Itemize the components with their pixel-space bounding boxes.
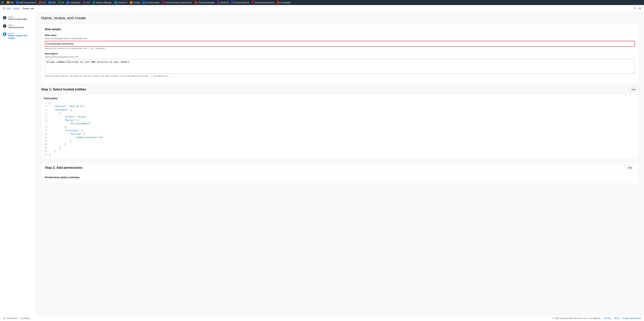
nav-item-acm[interactable]: Certificate Manager [194, 1, 216, 4]
codedeploy-icon [66, 1, 69, 4]
nav-item-cloudfront[interactable]: CloudFront [114, 1, 128, 4]
step-1-item: ✓ Step 1 Select trusted entity [3, 16, 33, 21]
role-description-input[interactable]: Allows Lambda functions to call AWS serv… [45, 59, 635, 74]
settings-icon[interactable]: ⚙ [639, 7, 641, 10]
code-line-1: 1 { [44, 102, 636, 105]
nav-item-cloudformation[interactable]: CloudFormation [142, 1, 161, 4]
rds-icon [48, 1, 51, 4]
s3-icon [58, 1, 61, 4]
trust-policy-title: Trust policy [44, 97, 636, 100]
privacy-link[interactable]: Privacy [604, 317, 611, 319]
breadcrumb-current: Create role [22, 7, 34, 10]
code-line-4: 4 { [44, 112, 636, 115]
copyright-text: © 2024, Amazon Web Services, Inc. or its… [552, 317, 601, 319]
step-3-text: Step 3 Name, review, and create [8, 32, 33, 39]
nav-item-iam[interactable]: IAM [6, 1, 14, 4]
step2-review-title: Step 2: Add permissions [45, 166, 82, 170]
permissions-summary-title: Permissions policy summary [45, 176, 635, 179]
breadcrumb-roles[interactable]: Roles [14, 7, 19, 10]
code-line-11: 11 "lambda.amazonaws.com" [44, 136, 636, 139]
route53-icon [217, 1, 220, 4]
step-1-number: Step 1 [8, 16, 27, 18]
cloudformation-icon [142, 1, 145, 4]
code-line-13: 13 } [44, 143, 636, 146]
step2-review-header: Step 2: Add permissions Edit [41, 163, 638, 173]
top-navigation: ☰ IAM AWS Organizations EC2 RDS S3 CodeD… [0, 0, 644, 5]
iam-icon [7, 1, 9, 4]
nav-item-s3[interactable]: S3 [58, 1, 65, 4]
step1-edit-button[interactable]: Edit [628, 87, 639, 92]
main-content: ➜ Name, review, and create Role details … [36, 12, 644, 315]
breadcrumb-separator-1: › [12, 7, 12, 10]
nav-item-rds[interactable]: RDS [48, 1, 57, 4]
trust-policy-section: Trust policy 1 { 2 "Version": "2012-10-1… [41, 95, 639, 159]
breadcrumb-separator-2: › [20, 7, 21, 10]
cookie-preferences-link[interactable]: Cookie preferences [622, 317, 641, 319]
lambda-icon [130, 1, 132, 4]
step-1-text: Step 1 Select trusted entity [8, 16, 27, 21]
nav-item-sqs[interactable]: Simple Queue Service [251, 1, 275, 4]
acm-icon [194, 1, 197, 4]
step-1-label[interactable]: Select trusted entity [8, 18, 27, 21]
code-line-16: 16 } [44, 153, 636, 156]
breadcrumb-iam[interactable]: IAM [6, 7, 10, 10]
role-details-section: Role details Role name Enter a meaningfu… [41, 24, 639, 84]
role-name-field-group: Role name Enter a meaningful name to ide… [45, 34, 635, 49]
nav-item-cloudwatch[interactable]: CloudWatch [276, 1, 292, 4]
role-description-note: Maximum 1000 characters. Use letters (A-… [45, 75, 635, 77]
footer: ⬜ CloudShell Feedback © 2024, Amazon Web… [0, 315, 644, 321]
nav-item-organizations[interactable]: AWS Organizations [15, 1, 38, 4]
nav-item-ses[interactable]: Amazon Simple Email Service [162, 1, 193, 4]
ec2-icon [39, 1, 41, 4]
vpc-icon [83, 1, 86, 4]
nav-item-codedeploy[interactable]: CodeDeploy [66, 1, 82, 4]
step-2-number: Step 2 [8, 24, 24, 26]
cloudwatch-icon [277, 1, 280, 4]
nav-item-route53[interactable]: Route 53 [216, 1, 230, 4]
step-2-item: ✓ Step 2 Add permissions [3, 24, 33, 29]
main-layout: ✓ Step 1 Select trusted entity ✓ Step 2 … [0, 12, 644, 315]
code-line-8: 8 ], [44, 125, 636, 129]
terms-link[interactable]: Terms [614, 317, 620, 319]
role-name-note: Maximum 64 characters. Use alphanumeric … [45, 47, 635, 49]
cloudshell-icon: ⬜ [3, 317, 6, 319]
step-1-circle: ✓ [3, 16, 6, 20]
code-line-15: 15 ] [44, 150, 636, 153]
code-line-12: 12 ] [44, 139, 636, 143]
role-description-hint: Add a short explanation for this role. [45, 56, 635, 58]
role-name-label: Role name [45, 34, 635, 37]
page-title: Name, review, and create [41, 16, 639, 21]
role-description-field-group: Description Add a short explanation for … [45, 52, 635, 77]
role-description-label: Description [45, 52, 635, 55]
hamburger-secondary-icon[interactable]: ☰ [3, 7, 5, 10]
nav-item-ec2[interactable]: EC2 [38, 1, 47, 4]
role-details-title: Role details [45, 28, 635, 31]
step1-review-section: Step 1: Select trusted entities Edit Tru… [41, 87, 639, 159]
nav-item-lambda[interactable]: Lambda [129, 1, 141, 4]
nav-item-bedrock[interactable]: Amazon Bedrock [230, 1, 250, 4]
permissions-summary: Permissions policy summary [41, 173, 638, 184]
code-line-10: 10 "Service": [ [44, 132, 636, 136]
code-line-5: 5 "Effect": "Allow", [44, 115, 636, 119]
role-name-hint: Enter a meaningful name to identify this… [45, 37, 635, 40]
step-2-label[interactable]: Add permissions [8, 26, 24, 29]
feedback-label[interactable]: Feedback [20, 317, 30, 319]
steps-sidebar: ✓ Step 1 Select trusted entity ✓ Step 2 … [0, 12, 36, 315]
step-3-label[interactable]: Name, review, and create [8, 34, 33, 39]
nav-item-systems-manager[interactable]: Systems Manager [92, 1, 113, 4]
trust-policy-code: 1 { 2 "Version": "2012-10-17", 3 "Statem… [44, 102, 636, 156]
menu-icon[interactable]: ☰ [2, 1, 4, 4]
cloudshell-label[interactable]: ⬜ CloudShell [3, 317, 17, 319]
secondary-navigation: ☰ IAM › Roles › Create role ⓘ ⚙ [0, 5, 644, 12]
code-line-9: 9 "Principal": { [44, 129, 636, 132]
info-icon[interactable]: ⓘ [634, 7, 636, 10]
nav-item-vpc[interactable]: VPC [82, 1, 91, 4]
systems-manager-icon [93, 1, 95, 4]
step-2-text: Step 2 Add permissions [8, 24, 24, 29]
role-name-input[interactable] [45, 41, 635, 47]
cloudfront-icon [114, 1, 117, 4]
code-line-7: 7 "sts:AssumeRole" [44, 122, 636, 125]
code-line-6: 6 "Action": [ [44, 119, 636, 122]
step2-edit-button[interactable]: Edit [625, 166, 635, 170]
sqs-icon [252, 1, 254, 4]
